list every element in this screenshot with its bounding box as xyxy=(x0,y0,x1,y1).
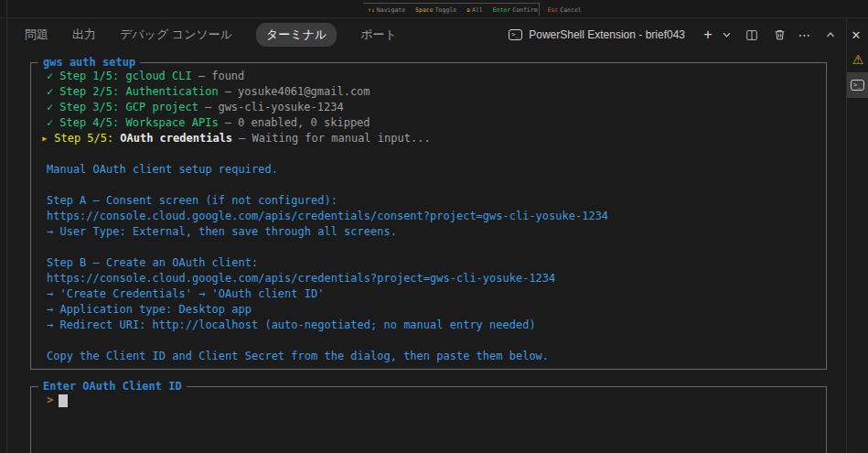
client-id-input-title: Enter OAuth Client ID xyxy=(38,379,187,394)
step-b-note: → 'Create Credentials' → 'OAuth client I… xyxy=(31,286,826,302)
tab-problems[interactable]: 問題 xyxy=(25,27,48,43)
hint-toggle: SpaceToggle xyxy=(415,6,456,14)
step-line: ✓Step 1/5: gcloud CLI— found xyxy=(31,69,826,84)
kill-terminal-button[interactable] xyxy=(771,25,788,45)
blank-line xyxy=(31,178,826,193)
new-terminal-button[interactable]: + xyxy=(700,25,716,45)
maximize-panel-button[interactable] xyxy=(822,25,839,45)
terminal-icon: >_ xyxy=(509,29,522,40)
prompt-hint-footer: ↑↓Navigate SpaceToggle aAll EnterConfirm… xyxy=(368,6,588,14)
hint-navigate: ↑↓Navigate xyxy=(368,6,405,14)
setup-box: gws auth setup ✓Step 1/5: gcloud CLI— fo… xyxy=(30,62,827,370)
terminal-icon: >_ xyxy=(851,80,864,91)
step-a-url-link[interactable]: https://console.cloud.google.com/apis/cr… xyxy=(31,209,826,224)
more-actions-button[interactable]: ⋯ xyxy=(797,25,813,45)
blank-line xyxy=(31,240,826,255)
step-b-note: → Application type: Desktop app xyxy=(31,302,826,318)
tab-terminal[interactable]: ターミナル xyxy=(256,23,337,47)
message-line: Manual OAuth client setup required. xyxy=(31,162,826,178)
blank-line xyxy=(31,333,826,349)
warning-icon: ⚠ xyxy=(850,51,866,68)
editor-strip: ↑↓Navigate SpaceToggle aAll EnterConfirm… xyxy=(0,0,868,18)
step-line: ✓Step 3/5: GCP project— gws-cli-yosuke-1… xyxy=(31,100,826,115)
hint-all: aAll xyxy=(466,6,483,14)
step-line: ✓Step 4/5: Workspace APIs— 0 enabled, 0 … xyxy=(31,115,826,131)
setup-box-title: gws auth setup xyxy=(38,55,140,70)
step-b-title: Step B — Create an OAuth client: xyxy=(31,255,826,271)
hint-confirm: EnterConfirm xyxy=(493,6,538,14)
step-a-note: → User Type: External, then save through… xyxy=(31,224,826,240)
terminal-title: PowerShell Extension - brief043 xyxy=(529,28,685,41)
terminal-header: >_ PowerShell Extension - brief043 + ⋯ ✕ xyxy=(509,19,866,50)
prompt-box-border-fragment xyxy=(363,3,539,4)
client-id-input-box: Enter OAuth Client ID > xyxy=(30,386,827,453)
tab-ports[interactable]: ポート xyxy=(360,27,397,43)
terminal-profile-dropdown-icon[interactable] xyxy=(718,25,734,45)
terminal-cursor xyxy=(59,393,68,407)
hint-cancel: EscCancel xyxy=(548,6,582,14)
step-b-note: → Redirect URI: http://localhost (auto-n… xyxy=(31,318,826,333)
tab-output[interactable]: 出力 xyxy=(72,27,96,43)
vscode-terminal-panel: ↑↓Navigate SpaceToggle aAll EnterConfirm… xyxy=(0,0,868,453)
copy-note: Copy the Client ID and Client Secret fro… xyxy=(31,349,826,364)
close-panel-button[interactable]: ✕ xyxy=(848,25,864,45)
prompt-chevron: > xyxy=(47,393,53,408)
terminal-viewport[interactable]: gws auth setup ✓Step 1/5: gcloud CLI— fo… xyxy=(0,50,846,453)
step-line: ✓Step 2/5: Authentication— yosuke4061@gm… xyxy=(31,84,826,100)
step-b-url-link[interactable]: https://console.cloud.google.com/apis/cr… xyxy=(31,271,826,286)
terminal-tab-item[interactable]: >_ xyxy=(847,72,868,98)
split-terminal-button[interactable] xyxy=(744,25,760,45)
blank-line xyxy=(31,146,826,162)
step-line-current: ▸Step 5/5:OAuth credentials— Waiting for… xyxy=(31,131,826,146)
step-a-title: Step A — Consent screen (if not configur… xyxy=(31,193,826,209)
active-terminal-label[interactable]: >_ PowerShell Extension - brief043 xyxy=(509,28,685,41)
tab-debug-console[interactable]: デバッグ コンソール xyxy=(120,27,232,43)
